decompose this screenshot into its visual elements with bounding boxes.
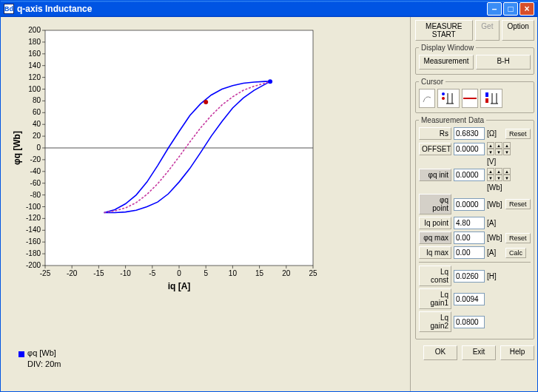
phiqinit-up1[interactable]: ▲ [487, 168, 494, 175]
lq-gain2-label: Lq gain2 [419, 311, 451, 332]
measurement-button[interactable]: Measurement [419, 55, 474, 70]
legend-div-label: DIV: 20m [27, 359, 61, 369]
option-button[interactable]: Option [502, 20, 534, 41]
lq-const-input[interactable] [454, 270, 485, 283]
titlebar: Bd q-axis Inductance – □ × [1, 1, 537, 17]
phiq-max-unit: [Wb] [487, 234, 503, 242]
phiq-point-input[interactable] [454, 198, 485, 211]
legend-swatch [19, 351, 24, 357]
offset-dn3[interactable]: ▼ [503, 149, 511, 155]
svg-text:15: 15 [255, 269, 264, 277]
phiqinit-up2[interactable]: ▲ [495, 168, 502, 175]
phiqinit-dn2[interactable]: ▼ [495, 175, 502, 181]
svg-text:10: 10 [229, 269, 238, 277]
lq-gain1-label: Lq gain1 [419, 288, 451, 309]
lq-gain1-input[interactable] [454, 293, 485, 305]
svg-text:0: 0 [36, 143, 41, 152]
ok-button[interactable]: OK [423, 345, 457, 360]
svg-text:120: 120 [28, 73, 41, 81]
iq-max-unit: [A] [487, 249, 503, 257]
minimize-button[interactable]: – [487, 2, 502, 16]
phiqinit-dn1[interactable]: ▼ [487, 175, 494, 181]
content: -25-20-15-10-50510152025-200-180-160-140… [1, 17, 537, 391]
svg-text:-15: -15 [93, 269, 104, 277]
svg-text:40: 40 [33, 120, 41, 128]
svg-text:80: 80 [33, 96, 41, 104]
display-window-group: Display Window Measurement B-H [415, 44, 534, 75]
cursor-tool-xy[interactable] [437, 89, 460, 108]
phiq-max-input[interactable] [454, 232, 485, 244]
svg-rect-73 [485, 92, 488, 97]
rs-input[interactable] [454, 127, 485, 140]
iq-max-input[interactable] [454, 246, 485, 259]
iq-point-input[interactable] [454, 217, 485, 229]
offset-dn1[interactable]: ▼ [487, 149, 494, 155]
svg-text:-25: -25 [40, 269, 51, 277]
cursor-tool-range[interactable] [480, 89, 502, 108]
phiq-init-spinners: ▲▼ ▲▼ ▲▼ [487, 168, 511, 181]
svg-text:-40: -40 [30, 167, 41, 175]
svg-text:-80: -80 [30, 191, 41, 199]
offset-up2[interactable]: ▲ [495, 142, 502, 149]
offset-up1[interactable]: ▲ [487, 142, 494, 149]
svg-text:160: 160 [28, 50, 41, 58]
svg-rect-74 [485, 98, 488, 103]
legend-series-label: φq [Wb] [27, 348, 56, 357]
separator [419, 262, 531, 263]
svg-text:-100: -100 [26, 203, 41, 211]
offset-unit: [V] [487, 158, 503, 166]
top-button-row: MEASURE START Get Option [415, 20, 534, 41]
calc-button[interactable]: Calc [505, 248, 526, 258]
offset-input[interactable] [454, 143, 485, 155]
phiqinit-up3[interactable]: ▲ [503, 168, 511, 175]
get-button[interactable]: Get [475, 20, 500, 41]
exit-button[interactable]: Exit [462, 345, 496, 360]
phiq-point-label: φq point [419, 194, 451, 214]
svg-text:-20: -20 [67, 269, 78, 277]
phiq-point-reset-button[interactable]: Reset [505, 199, 531, 209]
rs-unit: [Ω] [487, 129, 503, 138]
lq-gain2-input[interactable] [454, 316, 485, 328]
offset-dn2[interactable]: ▼ [495, 149, 502, 155]
lq-const-label: Lq const [419, 266, 451, 286]
iq-max-label: Iq max [419, 246, 451, 259]
rs-reset-button[interactable]: Reset [505, 129, 531, 139]
measurement-data-legend: Measurement Data [419, 116, 486, 124]
offset-spinners: ▲▼ ▲▼ ▲▼ [487, 142, 511, 155]
help-button[interactable]: Help [500, 345, 534, 360]
iq-point-unit: [A] [487, 219, 503, 227]
window-title: q-axis Inductance [17, 4, 485, 14]
phiq-max-reset-button[interactable]: Reset [505, 233, 531, 243]
chart-area: -25-20-15-10-50510152025-200-180-160-140… [1, 17, 410, 391]
rs-label: Rs [419, 127, 451, 140]
measure-start-button[interactable]: MEASURE START [415, 20, 473, 41]
lq-const-unit: [H] [487, 272, 503, 280]
svg-text:-5: -5 [149, 269, 155, 277]
svg-text:140: 140 [28, 61, 41, 70]
phiq-init-input[interactable] [454, 169, 485, 181]
chart-legend: φq [Wb] DIV: 20m [19, 348, 61, 369]
phiq-init-label: φq init [419, 169, 451, 181]
svg-text:60: 60 [33, 108, 41, 116]
phiqinit-dn3[interactable]: ▼ [503, 175, 511, 181]
svg-text:200: 200 [28, 26, 41, 34]
close-button[interactable]: × [519, 2, 534, 16]
bh-button[interactable]: B-H [476, 55, 531, 70]
phiq-max-label: φq max [419, 232, 451, 244]
svg-text:-10: -10 [120, 269, 131, 277]
maximize-button[interactable]: □ [503, 2, 518, 16]
app-window: Bd q-axis Inductance – □ × -25-20-15-10-… [0, 0, 538, 392]
offset-up3[interactable]: ▲ [503, 142, 511, 149]
svg-point-71 [442, 97, 445, 100]
svg-text:-200: -200 [26, 261, 41, 269]
cursor-tool-draw[interactable] [419, 89, 435, 108]
side-panel: MEASURE START Get Option Display Window … [410, 17, 537, 391]
svg-text:5: 5 [204, 269, 208, 277]
cursor-legend: Cursor [419, 78, 445, 86]
cursor-group: Cursor [415, 78, 534, 113]
svg-point-68 [204, 100, 208, 104]
cursor-tool-hline[interactable] [462, 89, 478, 108]
svg-text:25: 25 [309, 269, 317, 277]
display-window-legend: Display Window [419, 44, 476, 52]
iq-point-label: Iq point [419, 217, 451, 229]
